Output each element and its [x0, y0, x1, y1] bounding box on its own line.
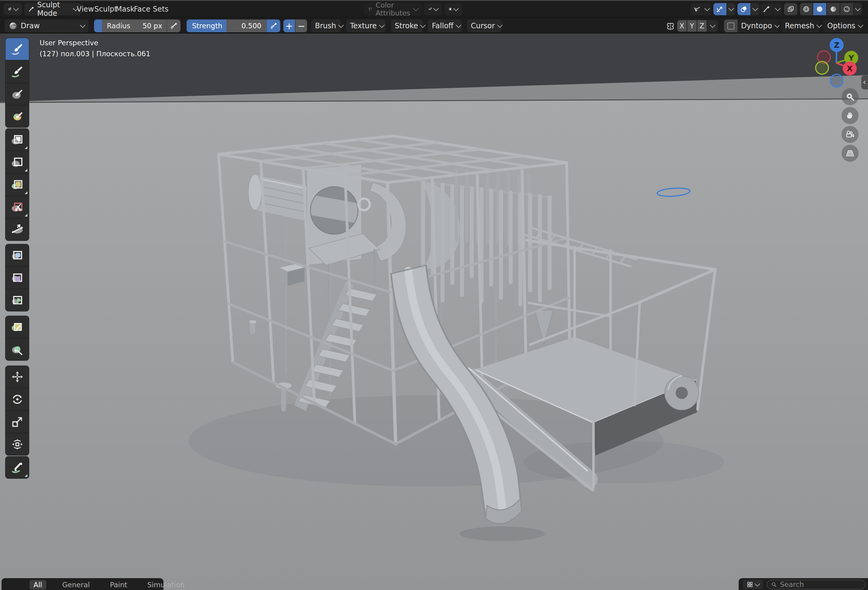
panel-brush-dropdown[interactable]: Brush	[311, 19, 341, 32]
chevron-down-icon	[855, 6, 861, 11]
tool-color-filter-button[interactable]	[6, 288, 29, 311]
tool-box-face-set-button[interactable]	[6, 173, 29, 196]
options-dropdown[interactable]: Options	[823, 19, 862, 32]
brush-tip-dropdown[interactable]	[444, 3, 462, 15]
axis-neg-y-ball[interactable]	[816, 62, 828, 74]
ortho-toggle-button[interactable]	[841, 145, 859, 162]
xray-icon	[787, 5, 795, 13]
shading-dropdown[interactable]	[853, 3, 862, 15]
sidebar-collapse-tab[interactable]	[861, 75, 868, 90]
editor-type-icon	[7, 5, 12, 13]
shading-material-button[interactable]	[826, 3, 840, 15]
panel-stroke-dropdown[interactable]: Stroke	[391, 19, 423, 32]
tool-scale-button[interactable]	[6, 410, 29, 433]
color-attribute-icon	[368, 6, 372, 13]
tool-annotate-button[interactable]	[6, 456, 29, 478]
symmetry-z-toggle[interactable]: Z	[697, 20, 707, 32]
viewport-3d[interactable]: Z Y X User Perspective (127) пол.003 | П…	[0, 34, 868, 590]
tool-move-button[interactable]	[6, 366, 29, 388]
tool-box-trim-button[interactable]	[6, 196, 29, 218]
tool-line-project-button[interactable]	[6, 218, 29, 241]
stroke-falloff-icon	[428, 6, 432, 13]
box-face-set-icon	[11, 178, 24, 191]
pen-icon	[762, 5, 770, 13]
chevron-down-icon	[420, 22, 426, 28]
scale-icon	[11, 415, 24, 428]
tool-draw-face-sets-button[interactable]	[6, 105, 29, 127]
axis-neg-z-ball[interactable]	[830, 74, 843, 87]
dyntopo-dropdown[interactable]: Dyntopo	[737, 19, 779, 32]
tool-paint-button[interactable]	[6, 60, 29, 82]
search-input[interactable]	[779, 580, 861, 589]
menu-face-sets[interactable]: Face Sets	[129, 3, 173, 15]
direction-add-button[interactable]: +	[283, 19, 295, 32]
chevron-down-icon	[413, 6, 418, 11]
radius-slider-group: Radius 50 px	[94, 19, 180, 32]
tool-mask-by-color-button[interactable]	[6, 338, 29, 360]
rotate-icon	[11, 393, 24, 406]
shelf-tab-general[interactable]: General	[58, 580, 94, 590]
cursor-curve-icon	[693, 5, 701, 13]
radius-pressure-toggle[interactable]	[167, 19, 180, 32]
panel-falloff-dropdown[interactable]: Falloff	[428, 19, 462, 32]
overlays-toggle[interactable]	[737, 3, 750, 15]
camera-view-button[interactable]	[841, 126, 859, 143]
gizmos-toggle[interactable]	[713, 3, 726, 15]
falloff-cursor-dropdown[interactable]	[691, 3, 711, 15]
tool-box-mask-button[interactable]	[6, 129, 29, 150]
tool-cloth-filter-button[interactable]	[6, 266, 29, 288]
pen-pressure-icon	[270, 22, 278, 30]
shading-rendered-button[interactable]	[840, 3, 853, 15]
asset-shelf-options	[739, 578, 868, 590]
color-attributes-dropdown[interactable]: Color Attributes	[364, 3, 422, 15]
tool-box-hide-button[interactable]	[6, 150, 29, 173]
search-icon	[771, 581, 777, 588]
symmetry-dropdown[interactable]	[707, 20, 718, 32]
shading-solid-button[interactable]	[813, 3, 826, 15]
chevron-down-icon	[774, 22, 779, 28]
panel-texture-dropdown[interactable]: Texture	[346, 19, 385, 32]
brush-selector-dropdown[interactable]: Draw	[4, 19, 89, 32]
shelf-display-dropdown[interactable]	[743, 580, 763, 589]
gizmos-dropdown[interactable]	[726, 3, 735, 15]
shading-wireframe-button[interactable]	[800, 3, 813, 15]
toolbar-group-filters	[6, 244, 29, 311]
overlays-dropdown[interactable]	[750, 3, 759, 15]
symmetry-x-toggle[interactable]: X	[677, 20, 686, 32]
shelf-tab-simulation[interactable]: Simulation	[143, 580, 189, 590]
strength-slider-left[interactable]: Strength	[187, 19, 226, 32]
remesh-dropdown[interactable]: Remesh	[781, 19, 819, 32]
radius-slider[interactable]: Radius 50 px	[94, 19, 167, 32]
shading-rendered-icon	[843, 5, 851, 13]
direction-subtract-button[interactable]: −	[295, 19, 307, 32]
shelf-search	[767, 580, 865, 589]
radius-label: Radius	[107, 22, 130, 30]
zoom-button[interactable]	[841, 88, 859, 105]
shelf-tab-paint[interactable]: Paint	[106, 580, 131, 590]
shelf-tab-all[interactable]: All	[30, 580, 46, 590]
pen-tool-dropdown[interactable]	[760, 3, 782, 15]
strength-pressure-toggle[interactable]	[267, 19, 280, 32]
tool-rotate-button[interactable]	[6, 388, 29, 410]
dyntopo-checkbox[interactable]	[724, 19, 737, 32]
strength-slider-right[interactable]: 0.500	[226, 19, 266, 32]
xray-toggle[interactable]	[784, 3, 797, 15]
zoom-icon	[845, 91, 855, 102]
tool-mask-button[interactable]	[6, 82, 29, 105]
chevron-down-icon	[858, 22, 863, 28]
tool-edit-face-set-button[interactable]	[6, 316, 29, 338]
toolbar-group-annotate	[6, 456, 29, 478]
symmetry-y-toggle[interactable]: Y	[687, 20, 697, 32]
panel-cursor-dropdown[interactable]: Cursor	[467, 19, 502, 32]
editor-type-button[interactable]	[4, 3, 22, 15]
tool-brush-button[interactable]	[6, 38, 29, 60]
tool-mesh-filter-button[interactable]	[6, 244, 29, 266]
toolbar-group-face-set-edit	[6, 316, 29, 360]
face-sets-brush-icon	[11, 110, 24, 123]
viewport-canvas[interactable]: Z Y X	[0, 34, 868, 590]
tool-transform-button[interactable]	[6, 433, 29, 455]
mask-by-color-icon	[11, 343, 24, 356]
pan-button[interactable]	[841, 107, 859, 124]
stroke-falloff-dropdown[interactable]	[424, 3, 442, 15]
dyntopo-label: Dyntopo	[741, 22, 772, 30]
